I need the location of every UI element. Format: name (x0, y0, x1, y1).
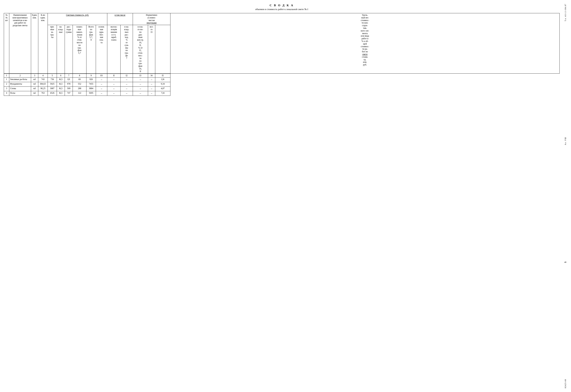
col6-header: на-клад-ные (57, 25, 65, 73)
header-row: №№шт Наименованиеконструктивныхэлементов… (4, 13, 560, 25)
row-4-col-15: 7,I4 (155, 91, 171, 96)
row-1-col-11: – (107, 78, 121, 82)
col10-header: основ-наязара-бот-наяпла-та (96, 25, 107, 73)
row-3-col-5: 3087 (48, 87, 57, 91)
row-3-col-3: м3 (31, 87, 38, 91)
col-qty-header: К-воедин.изм. (38, 13, 48, 73)
row-3-col-15: 4,87 (155, 87, 171, 91)
row-4-col-14: – (148, 91, 155, 96)
row-4-col-3: м2 (31, 91, 38, 96)
col12-header: в на-клад-ныхрас-ход.%отсум-мыпогра-фе7 (121, 25, 133, 73)
col-num-7: 7 (65, 73, 73, 78)
row-2-col-13: – (133, 82, 148, 87)
page-title: С В О Д К А (4, 4, 560, 7)
row-4-col-9: 5695 (86, 91, 96, 96)
col-num-1: I (4, 73, 9, 78)
col9-header: Всегопогра-фам5,7,8 (86, 25, 96, 73)
col11-header: эксплу-атациямашинв т.ч.зараб.плата (107, 25, 121, 73)
col-num-5: 5 (48, 73, 57, 78)
row-3-col-13: – (133, 87, 148, 91)
col-num-15: I5 (155, 73, 171, 78)
col-name-header: Наименованиеконструктивныхэлементов и ви… (9, 13, 31, 73)
row-3-col-14: – (148, 87, 155, 91)
row-1-col-15: I,I6 (155, 78, 171, 82)
row-1-col-3: м3 (31, 78, 38, 82)
col-num-11: II (107, 73, 121, 78)
row-3-col-9: 3884 (86, 87, 96, 91)
col-num-4: 4 (38, 73, 48, 78)
row-4-col-8: 122 (73, 91, 86, 96)
table-row: IЗемляные ра-ботым3743736I6,5I2I69926–––… (4, 78, 560, 82)
row-4-col-7: 747 (65, 91, 73, 96)
table-row: 3Стеным390,253087I6,55092883884–––––4,87 (4, 87, 560, 91)
row-3-col-11: – (107, 87, 121, 91)
col-num-10: IO (96, 73, 107, 78)
col5-header: пря-мыеза-тра-ты (48, 25, 57, 73)
row-2-col-10: – (96, 82, 107, 87)
col13-header: в пла-го-но-подан-нымкоп-гр.10,II,% отI2… (133, 25, 148, 73)
row-3-col-6: I6,5 (57, 87, 65, 91)
row-4-col-2: Полы (9, 91, 31, 96)
col15-header: Удель-ный весстоимос-ти кон-струк-тив-но… (171, 13, 560, 73)
row-1-col-5: 736 (48, 78, 57, 82)
col-num-3: 3 (31, 73, 38, 78)
row-3-col-1: 3 (4, 87, 9, 91)
column-numbers-row: I 2 3 4 5 6 7 8 9 IO II I2 I3 I4 I5 (4, 73, 560, 78)
row-1-col-13: – (133, 78, 148, 82)
row-1-col-9: 926 (86, 78, 96, 82)
row-4-col-1: 4 (4, 91, 9, 96)
row-2-col-15: 9,34 (155, 82, 171, 87)
row-4-col-5: 4526 (48, 91, 57, 96)
row-2-col-12: – (121, 82, 133, 87)
row-3-col-2: Стены (9, 87, 31, 91)
smeta-cost-header: Сметная стоимость, руб. (48, 13, 107, 25)
col-num-9: 9 (86, 73, 96, 78)
row-4-col-4: 763 (38, 91, 48, 96)
right-label: Т.п. 411-2-184.87 Ал. УШ 48 82425-08 (561, 0, 569, 100)
row-1-col-7: I2I (65, 78, 73, 82)
col8-header: плано-выенакоп-ления% отстои-мостипогра-… (73, 25, 86, 73)
in-tom-chisle-header: в том числе (107, 13, 133, 25)
row-1-col-1: I (4, 78, 9, 82)
row-1-col-14: – (148, 78, 155, 82)
row-2-col-9: 7455 (86, 82, 96, 87)
col-num-6: 6 (57, 73, 65, 78)
row-2-col-14: – (148, 82, 155, 87)
page-subtitle: объемов и стоимость работ к локальной см… (4, 8, 560, 11)
row-3-col-8: 288 (73, 87, 86, 91)
row-3-col-12: – (121, 87, 133, 91)
row-4-col-6: I6,5 (57, 91, 65, 96)
table-row: 4Полым27634526I6,57471225695–––––7,I4 (4, 91, 560, 96)
row-2-col-5: 5925 (48, 82, 57, 87)
row-1-col-12: – (121, 78, 133, 82)
col-num-8: 8 (73, 73, 86, 78)
col-num-2: 2 (9, 73, 31, 78)
row-4-col-10: – (96, 91, 107, 96)
row-2-col-7: 978 (65, 82, 73, 87)
row-1-col-6: I6,5 (57, 78, 65, 82)
row-2-col-8: 552 (73, 82, 86, 87)
main-table: №№шт Наименованиеконструктивныхэлементов… (4, 13, 560, 96)
row-1-col-10: – (96, 78, 107, 82)
table-row: 2Фундаментым3I84,635925I6,59785527455–––… (4, 82, 560, 87)
row-3-col-10: – (96, 87, 107, 91)
col-unit-header: Един.изм. (31, 13, 38, 73)
col7-header: рас-ходысумма (65, 25, 73, 73)
row-4-col-11: – (107, 91, 121, 96)
col-num-12: I2 (121, 73, 133, 78)
row-1-col-4: 743 (38, 78, 48, 82)
row-2-col-2: Фундаменты (9, 82, 31, 87)
row-2-col-6: I6,5 (57, 82, 65, 87)
col14-header: все-гоI3 (148, 25, 155, 73)
col-num-13: I3 (133, 73, 148, 78)
row-2-col-1: 2 (4, 82, 9, 87)
col-num-header: №№шт (4, 13, 9, 73)
row-2-col-11: – (107, 82, 121, 87)
row-2-col-3: м3 (31, 82, 38, 87)
norm-header: Нормативноусловно-чистаяпродукция (133, 13, 171, 25)
row-4-col-13: – (133, 91, 148, 96)
row-4-col-12: – (121, 91, 133, 96)
row-2-col-4: I84,63 (38, 82, 48, 87)
row-3-col-7: 509 (65, 87, 73, 91)
right-label-top: Т.п. 411-2-184.87 (564, 4, 566, 21)
